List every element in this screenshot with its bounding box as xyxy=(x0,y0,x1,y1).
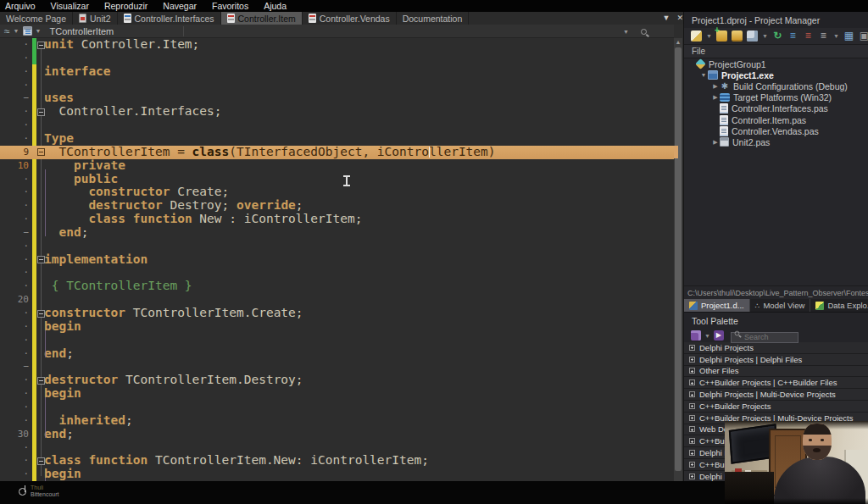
chevron-down-icon[interactable]: ▼ xyxy=(833,33,839,39)
code-line-33[interactable]: ·begin xyxy=(0,468,674,481)
tab-welcome-page[interactable]: Welcome Page xyxy=(0,12,73,25)
tree-item-project1-exe[interactable]: ▼Project1.exe xyxy=(684,69,868,80)
expand-plus-icon[interactable] xyxy=(689,462,695,468)
palette-category-c-builder-projects[interactable]: C++Builder Projects xyxy=(684,401,868,413)
gutter-label[interactable]: − xyxy=(0,91,29,105)
tab-controller-interfaces[interactable]: Controller.Interfaces xyxy=(118,12,221,25)
tree-item-target-platforms-win32-[interactable]: ▶Target Platforms (Win32) xyxy=(684,92,868,103)
dock-tab-project1-d-[interactable]: Project1.d... xyxy=(684,299,750,312)
palette-category-delphi-projects-delphi-files[interactable]: Delphi Projects | Delphi Files xyxy=(684,354,868,366)
gutter-label[interactable]: · xyxy=(0,132,29,146)
expand-plus-icon[interactable] xyxy=(689,438,695,444)
tab-controller-item[interactable]: Controller.Item xyxy=(221,12,303,25)
menu-item-visualizar[interactable]: Visualizar xyxy=(51,1,89,11)
tab-scroll-chevron-icon[interactable]: ▼ xyxy=(663,13,670,24)
gutter-label[interactable]: · xyxy=(0,199,29,213)
expand-plus-icon[interactable] xyxy=(689,474,695,479)
unit-file-icon[interactable] xyxy=(23,26,32,36)
fold-collapse-icon[interactable] xyxy=(37,457,45,465)
search-icon[interactable] xyxy=(641,29,647,35)
file-column-header[interactable]: File xyxy=(684,45,868,58)
tree-chevron-icon[interactable]: ▼ xyxy=(699,72,708,78)
gutter-label[interactable]: · xyxy=(0,401,29,414)
gutter-label[interactable]: · xyxy=(0,468,29,481)
compile-order-icon[interactable]: ≡ xyxy=(803,30,814,42)
editor-scrollbar[interactable]: ▲ xyxy=(674,38,682,481)
code-line-8[interactable]: ·Type xyxy=(0,132,674,146)
code-line-16[interactable]: · xyxy=(0,240,674,253)
code-line-28[interactable]: · xyxy=(0,401,674,414)
expand-plus-icon[interactable] xyxy=(689,415,695,421)
code-editor[interactable]: ·unit Controller.Item;··interface·−uses·… xyxy=(0,38,674,481)
history-icon[interactable]: ≈ xyxy=(4,25,10,37)
expand-plus-icon[interactable] xyxy=(689,379,695,385)
code-line-11[interactable]: · public xyxy=(0,173,674,186)
chevron-down-icon[interactable]: ▼ xyxy=(762,33,768,39)
tree-item-controller-vendas-pas[interactable]: Controller.Vendas.pas xyxy=(684,125,868,136)
refresh-icon[interactable]: ↻ xyxy=(772,30,783,42)
menu-item-navegar[interactable]: Navegar xyxy=(163,1,197,11)
new-item-icon[interactable] xyxy=(691,30,702,42)
gutter-label[interactable]: 30 xyxy=(0,428,29,441)
palette-category-delphi-projects[interactable]: Delphi Projects xyxy=(684,342,868,354)
gutter-label[interactable]: 10 xyxy=(0,159,29,173)
code-line-10[interactable]: 10 private xyxy=(0,159,674,173)
code-line-21[interactable]: ·constructor TControllerItem.Create; xyxy=(0,307,674,320)
code-line-15[interactable]: − end; xyxy=(0,226,674,240)
scroll-up-icon[interactable]: ▲ xyxy=(674,38,682,47)
tree-item-controller-item-pas[interactable]: Controller.Item.pas xyxy=(684,114,868,125)
gutter-label[interactable]: · xyxy=(0,240,29,253)
code-line-25[interactable]: − xyxy=(0,360,674,374)
palette-category-icon[interactable] xyxy=(691,330,701,341)
gutter-label[interactable]: · xyxy=(0,334,29,347)
palette-category-delphi-projects-multi-device-projects[interactable]: Delphi Projects | Multi-Device Projects xyxy=(684,389,868,401)
fold-collapse-icon[interactable] xyxy=(37,310,45,318)
gutter-label[interactable]: · xyxy=(0,266,29,280)
gutter-label[interactable]: − xyxy=(0,226,29,240)
code-line-12[interactable]: · constructor Create; xyxy=(0,186,674,199)
expand-plus-icon[interactable] xyxy=(689,403,695,409)
menu-item-ajuda[interactable]: Ajuda xyxy=(264,1,287,11)
tree-chevron-icon[interactable]: ▶ xyxy=(711,139,720,146)
code-line-14[interactable]: · class function New : iControllerItem; xyxy=(0,213,674,226)
palette-category-other-files[interactable]: Other Files xyxy=(684,366,868,378)
fold-collapse-icon[interactable] xyxy=(37,42,45,49)
pointer-tool-icon[interactable]: ▶ xyxy=(714,330,724,341)
gutter-label[interactable]: · xyxy=(0,347,29,361)
gutter-label[interactable]: · xyxy=(0,374,29,387)
gutter-label[interactable]: · xyxy=(0,79,29,92)
dock-tab-model-view[interactable]: ∴Model View xyxy=(750,299,811,312)
code-line-1[interactable]: ·unit Controller.Item; xyxy=(0,38,674,52)
gutter-label[interactable]: · xyxy=(0,387,29,401)
more-icon[interactable]: ▣ xyxy=(859,30,868,42)
tree-chevron-icon[interactable]: ▶ xyxy=(711,94,720,101)
code-line-27[interactable]: ·begin xyxy=(0,387,674,401)
tab-controller-vendas[interactable]: Controller.Vendas xyxy=(303,12,397,25)
chevron-down-icon[interactable]: ▼ xyxy=(704,333,710,339)
gutter-label[interactable]: · xyxy=(0,186,29,199)
gutter-label[interactable]: · xyxy=(0,105,29,119)
tab-close-icon[interactable]: ✕ xyxy=(676,13,683,24)
dock-tab-data-explo-[interactable]: Data Explo... xyxy=(810,299,868,312)
code-line-20[interactable]: 20 xyxy=(0,293,674,307)
code-line-4[interactable]: · xyxy=(0,79,674,92)
code-line-32[interactable]: ·class function TControllerItem.New: iCo… xyxy=(0,454,674,468)
expand-plus-icon[interactable] xyxy=(689,368,695,374)
expand-plus-icon[interactable] xyxy=(689,450,695,456)
code-line-30[interactable]: 30end; xyxy=(0,428,674,441)
add-file-icon[interactable] xyxy=(716,30,727,42)
tree-item-controller-interfaces-pas[interactable]: Controller.Interfaces.pas xyxy=(684,103,868,114)
tab-unit2[interactable]: Unit2 xyxy=(73,12,118,25)
project-options-icon[interactable]: ▦ xyxy=(843,30,854,42)
tree-chevron-icon[interactable]: ▶ xyxy=(711,83,720,90)
chevron-down-icon[interactable]: ▼ xyxy=(14,28,19,34)
menu-item-reproduzir[interactable]: Reproduzir xyxy=(104,1,147,11)
chevron-down-icon[interactable]: ▼ xyxy=(706,33,712,39)
code-line-6[interactable]: · Controller.Interfaces; xyxy=(0,105,674,119)
gutter-label[interactable]: 20 xyxy=(0,293,29,307)
fold-collapse-icon[interactable] xyxy=(37,108,45,116)
code-line-9[interactable]: 9 TControllerItem = class(TInterfacedObj… xyxy=(0,146,674,159)
gutter-label[interactable]: · xyxy=(0,38,29,52)
gutter-label[interactable]: · xyxy=(0,280,29,293)
expand-plus-icon[interactable] xyxy=(689,426,695,432)
